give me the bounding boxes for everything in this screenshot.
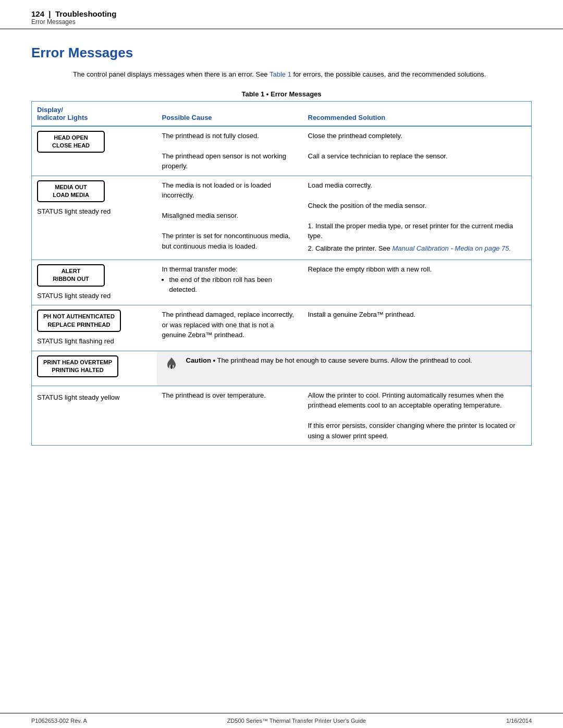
- cause-cell-ph-auth: The printhead damaged, replace incorrect…: [157, 305, 303, 351]
- display-cell-ribbon-out: ALERT RIBBON OUT STATUS light steady red: [32, 260, 157, 305]
- display-cell-media-out: MEDIA OUT LOAD MEDIA STATUS light steady…: [32, 176, 157, 260]
- table-row: PH NOT AUTHENTICATED REPLACE PRINTHEAD S…: [32, 305, 532, 351]
- display-box-ribbon-out: ALERT RIBBON OUT: [37, 264, 105, 287]
- cause-cell-media-out: The media is not loaded or is loaded inc…: [157, 176, 303, 260]
- solution-cell-media-out: Load media correctly. Check the position…: [303, 176, 532, 260]
- footer-center: ZD500 Series™ Thermal Transfer Printer U…: [227, 718, 366, 724]
- main-content: Error Messages The control panel display…: [0, 29, 563, 713]
- status-light-media-out: STATUS light steady red: [37, 206, 152, 217]
- display-box-media-out: MEDIA OUT LOAD MEDIA: [37, 180, 105, 203]
- solution-cell-ribbon-out: Replace the empty ribbon with a new roll…: [303, 260, 532, 305]
- footer-left: P1062653-002 Rev. A: [31, 718, 87, 724]
- error-table: Display/Indicator Lights Possible Cause …: [31, 101, 532, 446]
- display-cell-overtemp: PRINT HEAD OVERTEMP PRINTING HALTED: [32, 351, 157, 386]
- table-row-overtemp-data: STATUS light steady yellow The printhead…: [32, 386, 532, 446]
- chapter-title: Troubleshooting: [55, 9, 117, 18]
- col-header-solution: Recommended Solution: [303, 101, 532, 126]
- intro-text: The control panel displays messages when…: [73, 69, 532, 80]
- page-title: Error Messages: [31, 45, 532, 61]
- cause-cell-head-open: The printhead is not fully closed. The p…: [157, 126, 303, 176]
- display-box-ph-auth: PH NOT AUTHENTICATED REPLACE PRINTHEAD: [37, 310, 121, 332]
- display-box-overtemp: PRINT HEAD OVERTEMP PRINTING HALTED: [37, 355, 118, 378]
- table1-link[interactable]: Table 1: [270, 70, 291, 78]
- display-cell-overtemp-status: STATUS light steady yellow: [32, 386, 157, 446]
- table-row: HEAD OPEN CLOSE HEAD The printhead is no…: [32, 126, 532, 176]
- header-left: 124 | Troubleshooting Error Messages: [31, 9, 116, 26]
- numbered-solution-list: Install the proper media type, or reset …: [308, 221, 527, 254]
- caution-content: Caution • The printhead may be hot enoug…: [162, 355, 527, 381]
- footer-right: 1/16/2014: [506, 718, 532, 724]
- solution-cell-ph-auth: Install a genuine Zebra™ printhead.: [303, 305, 532, 351]
- caution-cell: Caution • The printhead may be hot enoug…: [157, 351, 532, 386]
- col-header-display: Display/Indicator Lights: [32, 101, 157, 126]
- display-cell-ph-auth: PH NOT AUTHENTICATED REPLACE PRINTHEAD S…: [32, 305, 157, 351]
- display-box-head-open: HEAD OPEN CLOSE HEAD: [37, 131, 105, 153]
- cause-cell-ribbon-out: In thermal transfer mode: the end of the…: [157, 260, 303, 305]
- header-section: Error Messages: [31, 18, 116, 26]
- status-light-ribbon-out: STATUS light steady red: [37, 291, 152, 301]
- table-row: MEDIA OUT LOAD MEDIA STATUS light steady…: [32, 176, 532, 260]
- page-footer: P1062653-002 Rev. A ZD500 Series™ Therma…: [0, 713, 563, 728]
- col-header-cause: Possible Cause: [157, 101, 303, 126]
- table-row-overtemp-caution: PRINT HEAD OVERTEMP PRINTING HALTED: [32, 351, 532, 386]
- page-number: 124: [31, 9, 44, 18]
- page-header: 124 | Troubleshooting Error Messages: [0, 0, 563, 29]
- caution-icon: [162, 356, 181, 381]
- display-cell-head-open: HEAD OPEN CLOSE HEAD: [32, 126, 157, 176]
- header-chapter: 124 | Troubleshooting: [31, 9, 116, 18]
- status-light-overtemp: STATUS light steady yellow: [37, 392, 152, 403]
- table-row: ALERT RIBBON OUT STATUS light steady red…: [32, 260, 532, 305]
- solution-cell-overtemp: Allow the printer to cool. Printing auto…: [303, 386, 532, 446]
- cause-cell-overtemp: The printhead is over temperature.: [157, 386, 303, 446]
- table-title: Table 1 • Error Messages: [31, 90, 532, 98]
- manual-calibration-link[interactable]: Manual Calibration - Media on page 75.: [392, 244, 511, 252]
- solution-cell-head-open: Close the printhead completely. Call a s…: [303, 126, 532, 176]
- caution-text: Caution • The printhead may be hot enoug…: [186, 355, 472, 366]
- ribbon-cause-list: the end of the ribbon roll has been dete…: [162, 275, 298, 295]
- status-light-ph-auth: STATUS light flashing red: [37, 336, 152, 347]
